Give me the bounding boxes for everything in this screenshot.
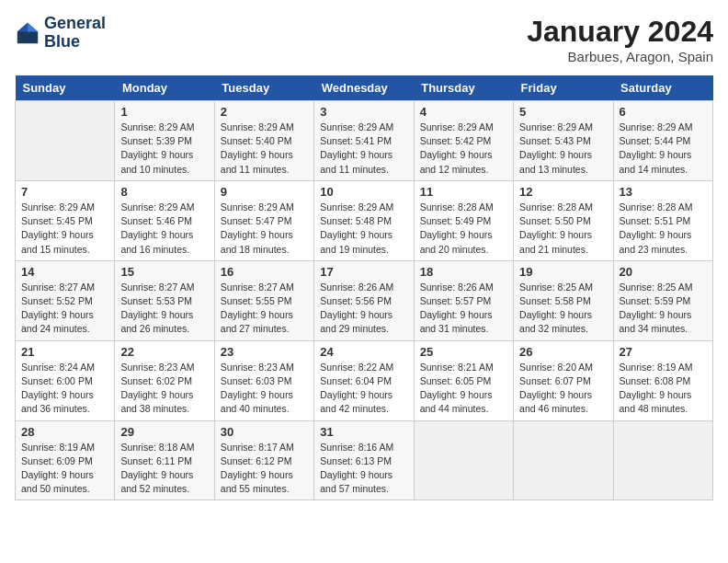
day-number: 14: [21, 265, 108, 279]
calendar-cell: [414, 420, 513, 500]
calendar-cell: 24Sunrise: 8:22 AMSunset: 6:04 PMDayligh…: [314, 340, 414, 420]
month-title: January 2024: [527, 15, 713, 49]
calendar-cell: 21Sunrise: 8:24 AMSunset: 6:00 PMDayligh…: [16, 340, 115, 420]
day-info: Sunrise: 8:29 AMSunset: 5:41 PMDaylight:…: [320, 121, 407, 177]
day-number: 27: [620, 345, 707, 359]
day-info: Sunrise: 8:29 AMSunset: 5:42 PMDaylight:…: [420, 121, 507, 177]
day-info: Sunrise: 8:25 AMSunset: 5:59 PMDaylight:…: [620, 281, 707, 337]
day-number: 24: [320, 345, 407, 359]
day-info: Sunrise: 8:23 AMSunset: 6:02 PMDaylight:…: [120, 361, 208, 417]
day-number: 10: [320, 185, 407, 199]
day-info: Sunrise: 8:16 AMSunset: 6:13 PMDaylight:…: [320, 441, 407, 497]
calendar-cell: 20Sunrise: 8:25 AMSunset: 5:59 PMDayligh…: [613, 260, 712, 340]
calendar-cell: 9Sunrise: 8:29 AMSunset: 5:47 PMDaylight…: [214, 180, 313, 260]
day-info: Sunrise: 8:26 AMSunset: 5:57 PMDaylight:…: [420, 281, 507, 337]
day-info: Sunrise: 8:19 AMSunset: 6:09 PMDaylight:…: [21, 441, 108, 497]
calendar-table: SundayMondayTuesdayWednesdayThursdayFrid…: [15, 75, 713, 500]
day-number: 17: [320, 265, 407, 279]
day-info: Sunrise: 8:26 AMSunset: 5:56 PMDaylight:…: [320, 281, 407, 337]
calendar-cell: 7Sunrise: 8:29 AMSunset: 5:45 PMDaylight…: [16, 180, 115, 260]
title-area: January 2024 Barbues, Aragon, Spain: [527, 15, 713, 64]
day-number: 23: [221, 345, 308, 359]
day-info: Sunrise: 8:29 AMSunset: 5:39 PMDaylight:…: [120, 121, 208, 177]
day-info: Sunrise: 8:18 AMSunset: 6:11 PMDaylight:…: [120, 441, 208, 497]
weekday-header-thursday: Thursday: [414, 75, 513, 101]
calendar-cell: 18Sunrise: 8:26 AMSunset: 5:57 PMDayligh…: [414, 260, 513, 340]
calendar-cell: 28Sunrise: 8:19 AMSunset: 6:09 PMDayligh…: [16, 420, 115, 500]
calendar-week-row: 1Sunrise: 8:29 AMSunset: 5:39 PMDaylight…: [16, 101, 713, 181]
day-info: Sunrise: 8:29 AMSunset: 5:40 PMDaylight:…: [221, 121, 308, 177]
day-info: Sunrise: 8:17 AMSunset: 6:12 PMDaylight:…: [221, 441, 308, 497]
day-number: 29: [120, 425, 208, 439]
calendar-cell: 13Sunrise: 8:28 AMSunset: 5:51 PMDayligh…: [613, 180, 712, 260]
calendar-cell: [514, 420, 613, 500]
calendar-cell: 8Sunrise: 8:29 AMSunset: 5:46 PMDaylight…: [115, 180, 214, 260]
logo-text: General Blue: [44, 15, 106, 52]
calendar-cell: 19Sunrise: 8:25 AMSunset: 5:58 PMDayligh…: [514, 260, 613, 340]
day-info: Sunrise: 8:29 AMSunset: 5:46 PMDaylight:…: [120, 201, 208, 257]
calendar-cell: 6Sunrise: 8:29 AMSunset: 5:44 PMDaylight…: [613, 101, 712, 181]
calendar-cell: 16Sunrise: 8:27 AMSunset: 5:55 PMDayligh…: [214, 260, 313, 340]
calendar-cell: 14Sunrise: 8:27 AMSunset: 5:52 PMDayligh…: [16, 260, 115, 340]
day-info: Sunrise: 8:29 AMSunset: 5:45 PMDaylight:…: [21, 201, 108, 257]
day-number: 20: [620, 265, 707, 279]
day-number: 2: [221, 105, 308, 119]
day-number: 22: [120, 345, 208, 359]
day-number: 28: [21, 425, 108, 439]
day-number: 26: [519, 345, 607, 359]
calendar-cell: 30Sunrise: 8:17 AMSunset: 6:12 PMDayligh…: [214, 420, 313, 500]
day-info: Sunrise: 8:28 AMSunset: 5:49 PMDaylight:…: [420, 201, 507, 257]
day-info: Sunrise: 8:21 AMSunset: 6:05 PMDaylight:…: [420, 361, 507, 417]
calendar-cell: 17Sunrise: 8:26 AMSunset: 5:56 PMDayligh…: [314, 260, 414, 340]
calendar-cell: 10Sunrise: 8:29 AMSunset: 5:48 PMDayligh…: [314, 180, 414, 260]
day-info: Sunrise: 8:23 AMSunset: 6:03 PMDaylight:…: [221, 361, 308, 417]
day-number: 6: [620, 105, 707, 119]
weekday-header-friday: Friday: [514, 75, 613, 101]
day-number: 30: [221, 425, 308, 439]
svg-marker-1: [28, 23, 38, 32]
weekday-header-saturday: Saturday: [613, 75, 712, 101]
calendar-cell: 15Sunrise: 8:27 AMSunset: 5:53 PMDayligh…: [115, 260, 214, 340]
day-info: Sunrise: 8:29 AMSunset: 5:47 PMDaylight:…: [221, 201, 308, 257]
calendar-cell: 11Sunrise: 8:28 AMSunset: 5:49 PMDayligh…: [414, 180, 513, 260]
day-number: 13: [620, 185, 707, 199]
calendar-cell: 12Sunrise: 8:28 AMSunset: 5:50 PMDayligh…: [514, 180, 613, 260]
day-info: Sunrise: 8:29 AMSunset: 5:43 PMDaylight:…: [519, 121, 607, 177]
day-info: Sunrise: 8:19 AMSunset: 6:08 PMDaylight:…: [620, 361, 707, 417]
page-header: General Blue January 2024 Barbues, Arago…: [15, 15, 713, 64]
day-info: Sunrise: 8:28 AMSunset: 5:50 PMDaylight:…: [519, 201, 607, 257]
day-info: Sunrise: 8:29 AMSunset: 5:44 PMDaylight:…: [620, 121, 707, 177]
day-info: Sunrise: 8:27 AMSunset: 5:52 PMDaylight:…: [21, 281, 108, 337]
day-number: 12: [519, 185, 607, 199]
calendar-cell: 25Sunrise: 8:21 AMSunset: 6:05 PMDayligh…: [414, 340, 513, 420]
day-number: 31: [320, 425, 407, 439]
weekday-header-monday: Monday: [115, 75, 214, 101]
day-number: 5: [519, 105, 607, 119]
calendar-cell: 29Sunrise: 8:18 AMSunset: 6:11 PMDayligh…: [115, 420, 214, 500]
day-number: 7: [21, 185, 108, 199]
day-info: Sunrise: 8:25 AMSunset: 5:58 PMDaylight:…: [519, 281, 607, 337]
calendar-cell: [613, 420, 712, 500]
svg-marker-2: [17, 23, 28, 32]
day-number: 18: [420, 265, 507, 279]
day-number: 11: [420, 185, 507, 199]
day-number: 8: [120, 185, 208, 199]
location-title: Barbues, Aragon, Spain: [527, 49, 713, 64]
calendar-cell: 23Sunrise: 8:23 AMSunset: 6:03 PMDayligh…: [214, 340, 313, 420]
day-info: Sunrise: 8:22 AMSunset: 6:04 PMDaylight:…: [320, 361, 407, 417]
day-number: 21: [21, 345, 108, 359]
day-info: Sunrise: 8:29 AMSunset: 5:48 PMDaylight:…: [320, 201, 407, 257]
calendar-cell: 4Sunrise: 8:29 AMSunset: 5:42 PMDaylight…: [414, 101, 513, 181]
calendar-week-row: 28Sunrise: 8:19 AMSunset: 6:09 PMDayligh…: [16, 420, 713, 500]
calendar-cell: 26Sunrise: 8:20 AMSunset: 6:07 PMDayligh…: [514, 340, 613, 420]
day-info: Sunrise: 8:27 AMSunset: 5:53 PMDaylight:…: [120, 281, 208, 337]
calendar-header-row: SundayMondayTuesdayWednesdayThursdayFrid…: [16, 75, 713, 101]
calendar-cell: 27Sunrise: 8:19 AMSunset: 6:08 PMDayligh…: [613, 340, 712, 420]
calendar-cell: 3Sunrise: 8:29 AMSunset: 5:41 PMDaylight…: [314, 101, 414, 181]
calendar-cell: [16, 101, 115, 181]
logo-icon: [15, 20, 40, 46]
weekday-header-sunday: Sunday: [16, 75, 115, 101]
day-info: Sunrise: 8:28 AMSunset: 5:51 PMDaylight:…: [620, 201, 707, 257]
day-number: 19: [519, 265, 607, 279]
calendar-cell: 31Sunrise: 8:16 AMSunset: 6:13 PMDayligh…: [314, 420, 414, 500]
